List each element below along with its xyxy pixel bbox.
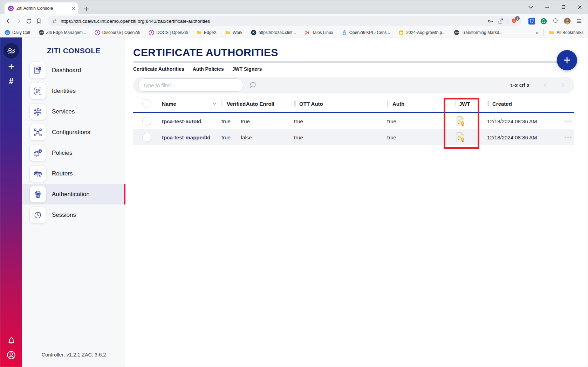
ott-auto-value: true — [294, 134, 387, 140]
bookmark-transforming-markd[interactable]: Transforming Markd... — [454, 30, 502, 35]
reload-icon[interactable] — [26, 18, 32, 25]
close-window-icon[interactable] — [577, 5, 582, 9]
auth-value: true — [387, 134, 454, 140]
bookmark-discourse-openziti[interactable]: Discourse | OpenZiti — [95, 30, 141, 35]
section-tabs: Certificate AuthoritiesAuth PoliciesJWT … — [133, 66, 574, 72]
column-ott-auto[interactable]: OTT Auto — [294, 101, 387, 107]
bookmark-ziti-edge-managem[interactable]: Ziti Edge Managem... — [39, 30, 86, 35]
app-page: + # ZITI CONSOLE Dashboard Identities Se… — [0, 37, 588, 367]
ca-name-link[interactable]: tpca-test-autoId — [162, 118, 221, 124]
forward-icon[interactable] — [15, 18, 22, 25]
tab-auth-policies[interactable]: Auth Policies — [193, 66, 224, 72]
add-ca-button[interactable]: + — [557, 50, 577, 70]
sidebar-item-policies[interactable]: Policies — [22, 143, 125, 163]
rail-add-icon[interactable]: + — [8, 61, 14, 72]
gears-icon — [30, 145, 46, 161]
browser-tab[interactable]: Ziti Admin Console — [5, 2, 78, 14]
bookmark-openziti-kpi-cens[interactable]: OpenZiti KPI › Cens... — [342, 30, 390, 35]
select-all-checkbox[interactable] — [142, 99, 151, 108]
tab-strip: Ziti Admin Console — [0, 0, 588, 14]
brave-shield-icon[interactable]: 1 — [511, 18, 517, 24]
grammarly-icon[interactable] — [540, 18, 547, 25]
bitwarden-icon[interactable] — [528, 18, 535, 25]
bookmark-edgex[interactable]: EdgeX — [196, 30, 217, 35]
tab-jwt-signers[interactable]: JWT Signers — [232, 66, 262, 72]
netfoundry-logo-icon[interactable] — [4, 43, 19, 58]
sort-chevron-icon[interactable] — [212, 102, 217, 105]
row-menu-button[interactable] — [563, 120, 572, 122]
pagination-label: 1-2 Of 2 — [510, 82, 529, 88]
sidebar-item-sessions[interactable]: Sessions — [22, 205, 125, 225]
globe-icon — [454, 30, 459, 35]
maximize-icon[interactable] — [561, 5, 566, 9]
url-bar[interactable]: https://ctrl.cdaws.clint.demo.openziti.o… — [48, 16, 521, 26]
folder-icon — [549, 30, 554, 35]
bookmark-icon[interactable] — [36, 18, 42, 24]
site-settings-icon[interactable] — [52, 19, 57, 24]
bookmark-2024-aug-growth-p[interactable]: 2024-Aug-growth.p... — [398, 30, 445, 35]
table-body: tpca-test-autoId true true true true 12/… — [133, 113, 574, 145]
ott-auto-value: true — [294, 118, 387, 124]
tab-certificate-authorities[interactable]: Certificate Authorities — [133, 66, 184, 72]
openziti-icon — [149, 30, 154, 35]
minimize-icon[interactable] — [545, 5, 549, 9]
menu-icon[interactable] — [576, 18, 582, 24]
rail-hash-icon[interactable]: # — [9, 77, 14, 86]
prev-page-icon[interactable] — [543, 82, 547, 88]
sidebar-item-authentication[interactable]: Authentication — [22, 184, 125, 205]
column-auth[interactable]: Auth — [387, 101, 454, 107]
notifications-bell-icon[interactable] — [7, 336, 16, 346]
passwords-key-icon[interactable] — [487, 18, 494, 25]
next-page-icon[interactable] — [561, 82, 565, 88]
row-checkbox[interactable] — [142, 117, 151, 126]
filter-input[interactable] — [138, 78, 243, 92]
table-row[interactable]: tpca-test-autoId true true true true 12/… — [133, 113, 574, 129]
table-header: Name Verified Auto Enroll OTT Auto Auth … — [133, 96, 574, 112]
bookmark-talos-linux[interactable]: Talos Linux — [305, 30, 333, 35]
bookmark-work[interactable]: Work — [225, 30, 242, 35]
fingerprint-icon — [30, 83, 46, 99]
divider — [507, 18, 507, 24]
bookmarks-overflow-icon[interactable]: » — [536, 29, 539, 35]
bookmark-https-brozac-clint[interactable]: https://brozac.clint... — [251, 30, 296, 35]
column-verified[interactable]: Verified — [221, 101, 241, 107]
new-tab-button[interactable] — [84, 6, 89, 12]
jwt-certificate-icon[interactable] — [456, 132, 465, 143]
sidebar-item-services[interactable]: Services — [22, 101, 125, 122]
bookmark-docs-openziti[interactable]: DOCS | OpenZiti — [149, 30, 188, 35]
url-text: https://ctrl.cdaws.clint.demo.openziti.o… — [61, 19, 210, 24]
globe-icon — [39, 30, 44, 35]
divider — [543, 29, 544, 36]
user-profile-icon[interactable] — [6, 350, 16, 360]
sidebar-item-routers[interactable]: Routers — [22, 163, 125, 184]
bookmark-daily-call[interactable]: zm Daily Call — [5, 30, 30, 35]
jwt-certificate-icon[interactable] — [456, 116, 465, 126]
main-content: CERTIFICATE AUTHORITIES + Certificate Au… — [125, 37, 588, 367]
column-auto-enroll[interactable]: Auto Enroll — [241, 101, 294, 107]
browser-window: Ziti Admin Console https://ctrl.cdaws.cl… — [0, 0, 588, 367]
table-row[interactable]: tpca-test-mappedId true false true true … — [133, 129, 574, 145]
profile-avatar[interactable] — [564, 18, 571, 25]
all-bookmarks-button[interactable]: All Bookmarks — [549, 30, 583, 35]
title-divider — [133, 61, 574, 63]
sidebar-nav: ZITI CONSOLE Dashboard Identities Servic… — [22, 37, 125, 367]
console-title: ZITI CONSOLE — [22, 47, 125, 55]
column-created[interactable]: Created — [487, 101, 561, 107]
ca-name-link[interactable]: tpca-test-mappedId — [162, 134, 221, 140]
row-checkbox[interactable] — [142, 133, 151, 142]
search-icon[interactable] — [248, 81, 257, 90]
share-icon[interactable] — [497, 18, 504, 24]
tab-search-icon[interactable] — [528, 6, 533, 9]
back-icon[interactable] — [5, 18, 12, 25]
sidebar-item-identities[interactable]: Identities — [22, 81, 125, 101]
all-bookmarks-label: All Bookmarks — [556, 30, 583, 35]
row-menu-button[interactable] — [563, 137, 572, 138]
tab-close-icon[interactable] — [71, 7, 75, 11]
aperture-icon — [251, 30, 257, 35]
extensions-puzzle-icon[interactable] — [552, 18, 559, 24]
sidebar-item-configurations[interactable]: Configurations — [22, 122, 125, 143]
sidebar-item-dashboard[interactable]: Dashboard — [22, 60, 125, 81]
column-name-label: Name — [162, 101, 176, 107]
column-jwt[interactable]: JWT — [454, 101, 487, 107]
column-name[interactable]: Name — [162, 101, 221, 107]
